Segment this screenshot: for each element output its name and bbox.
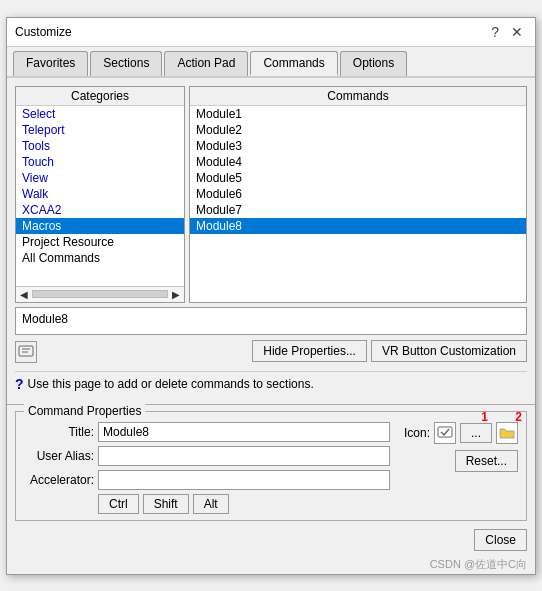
props-inner: Title: User Alias: Accelerator: Ctrl Shi… [24,422,518,514]
accel-field-row: Accelerator: [24,470,390,490]
title-controls: ? ✕ [487,24,527,40]
title-field-row: Title: [24,422,390,442]
close-dialog-button[interactable]: Close [474,529,527,551]
commands-header: Commands [190,87,526,106]
alias-field-row: User Alias: [24,446,390,466]
list-item[interactable]: Module2 [190,122,526,138]
icon-label: Icon: [404,426,430,440]
list-item[interactable]: Select [16,106,184,122]
command-properties-section: Command Properties Title: User Alias: Ac… [15,411,527,521]
list-item[interactable]: Tools [16,138,184,154]
help-text: Use this page to add or delete commands … [28,377,314,391]
scroll-right-icon[interactable]: ▶ [172,289,180,300]
ellipsis-button[interactable]: ... [460,423,492,443]
shift-button[interactable]: Shift [143,494,189,514]
list-item[interactable]: All Commands [16,250,184,266]
list-item[interactable]: Teleport [16,122,184,138]
props-legend: Command Properties [24,404,145,418]
alias-label: User Alias: [24,449,94,463]
folder-icon-preview[interactable] [496,422,518,444]
number1-badge: 1 [481,410,488,424]
list-item[interactable]: Project Resource [16,234,184,250]
tab-options[interactable]: Options [340,51,407,76]
svg-rect-0 [19,346,33,356]
dialog-title: Customize [15,25,72,39]
reset-button[interactable]: Reset... [455,450,518,472]
scroll-left-icon[interactable]: ◀ [20,289,28,300]
commands-list-container: Commands Module1 Module2 Module3 Module4… [189,86,527,303]
close-button[interactable]: ✕ [507,24,527,40]
tab-actionpad[interactable]: Action Pad [164,51,248,76]
ctrl-button[interactable]: Ctrl [98,494,139,514]
action-buttons: Hide Properties... VR Button Customizati… [252,340,527,362]
categories-list-body[interactable]: Select Teleport Tools Touch View Walk XC… [16,106,184,286]
alt-button[interactable]: Alt [193,494,229,514]
categories-list-container: Categories Select Teleport Tools Touch V… [15,86,185,303]
accel-label: Accelerator: [24,473,94,487]
tab-sections[interactable]: Sections [90,51,162,76]
props-fields: Title: User Alias: Accelerator: Ctrl Shi… [24,422,390,514]
customize-dialog: Customize ? ✕ Favorites Sections Action … [6,17,536,575]
svg-rect-3 [438,427,452,437]
list-item[interactable]: Walk [16,186,184,202]
icon-preview [434,422,456,444]
alias-input[interactable] [98,446,390,466]
list-item[interactable]: Module6 [190,186,526,202]
list-item[interactable]: Module4 [190,154,526,170]
help-icon: ? [15,376,24,392]
list-item[interactable]: XCAA2 [16,202,184,218]
categories-header: Categories [16,87,184,106]
title-label: Title: [24,425,94,439]
tab-commands[interactable]: Commands [250,51,337,76]
hide-properties-button[interactable]: Hide Properties... [252,340,367,362]
list-item[interactable]: Module3 [190,138,526,154]
main-content: Categories Select Teleport Tools Touch V… [7,78,535,400]
list-item[interactable]: Module5 [190,170,526,186]
accel-input[interactable] [98,470,390,490]
list-item[interactable]: Touch [16,154,184,170]
list-item-module8[interactable]: Module8 [190,218,526,234]
macro-icon[interactable] [15,341,37,363]
number2-badge: 2 [515,410,522,424]
key-buttons: Ctrl Shift Alt [98,494,390,514]
watermark: CSDN @佐道中C向 [7,557,535,574]
help-section: ? Use this page to add or delete command… [15,371,527,392]
list-item[interactable]: Module7 [190,202,526,218]
categories-scrollbar[interactable]: ◀ ▶ [16,286,184,302]
list-item[interactable]: View [16,170,184,186]
title-bar: Customize ? ✕ [7,18,535,47]
description-box: Module8 [15,307,527,335]
lists-section: Categories Select Teleport Tools Touch V… [15,86,527,303]
bottom-bar: Close [7,525,535,557]
tab-favorites[interactable]: Favorites [13,51,88,76]
tab-bar: Favorites Sections Action Pad Commands O… [7,47,535,78]
title-input[interactable] [98,422,390,442]
icon-area: Icon: ... [404,422,518,444]
icon-controls-area: 1 2 Icon: ... [404,422,518,444]
icon-row [15,339,37,365]
list-item[interactable]: Module1 [190,106,526,122]
vr-button[interactable]: VR Button Customization [371,340,527,362]
help-button[interactable]: ? [487,24,503,40]
commands-list-body[interactable]: Module1 Module2 Module3 Module4 Module5 … [190,106,526,286]
list-item-macros[interactable]: Macros [16,218,184,234]
props-right: 1 2 Icon: ... [398,422,518,472]
